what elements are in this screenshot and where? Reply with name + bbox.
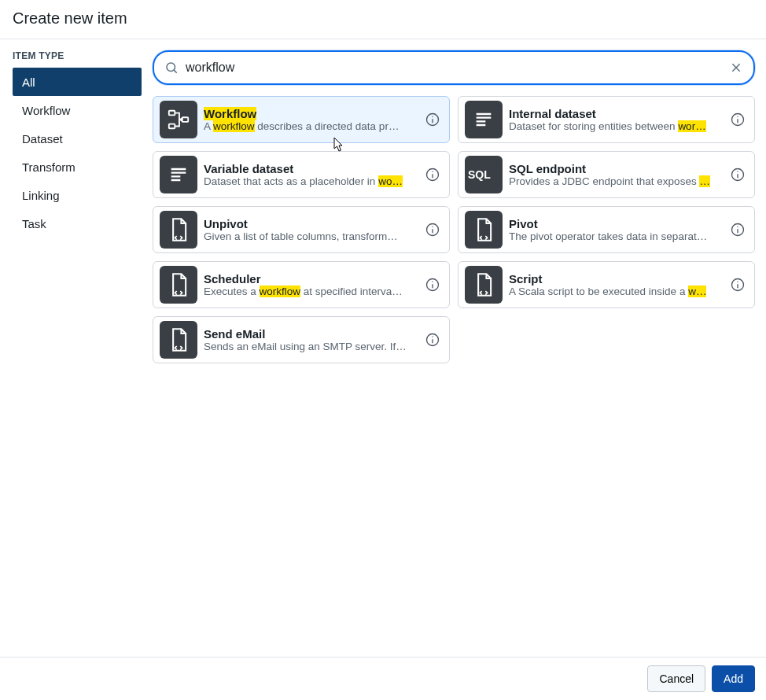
svg-point-36 [432, 282, 433, 282]
sidebar-item-workflow[interactable]: Workflow [13, 96, 142, 124]
info-icon[interactable] [422, 330, 443, 350]
item-card-description: Dataset for storing entities between wor… [509, 120, 721, 132]
item-card-description: A Scala script to be executed inside a w… [509, 286, 721, 297]
item-cards-grid: WorkflowA workflow describes a directed … [153, 96, 755, 363]
svg-point-9 [432, 116, 433, 117]
sidebar-item-dataset[interactable]: Dataset [13, 124, 142, 153]
item-card-description: Executes a workflow at specified interva… [204, 286, 416, 297]
item-card-pivot[interactable]: PivotThe pivot operator takes data in se… [458, 206, 755, 253]
item-card-title: Scheduler [204, 272, 416, 286]
svg-point-23 [432, 171, 433, 172]
sql-icon: SQL [465, 156, 503, 193]
svg-point-0 [167, 63, 175, 72]
file-code-icon [160, 266, 197, 304]
dialog-footer: Cancel Add [0, 657, 766, 700]
item-card-title: Variable dataset [204, 162, 416, 175]
search-input[interactable] [179, 52, 728, 83]
rows-icon [465, 101, 503, 138]
svg-rect-5 [169, 124, 175, 129]
item-card-title: Workflow [204, 107, 416, 120]
item-type-sidebar: ITEM TYPE AllWorkflowDatasetTransformLin… [0, 39, 142, 657]
item-card-script[interactable]: ScriptA Scala script to be executed insi… [458, 261, 755, 308]
sidebar-item-transform[interactable]: Transform [13, 153, 142, 181]
rows-icon [160, 156, 197, 193]
svg-text:SQL: SQL [468, 168, 491, 181]
cancel-button[interactable]: Cancel [647, 665, 705, 692]
item-card-send-email[interactable]: Send eMailSends an eMail using an SMTP s… [153, 316, 450, 363]
sidebar-item-linking[interactable]: Linking [13, 181, 142, 209]
item-card-title: Send eMail [204, 327, 416, 341]
item-card-variable-dataset[interactable]: Variable datasetDataset that acts as a p… [153, 151, 450, 198]
info-icon[interactable] [422, 274, 443, 295]
svg-point-33 [737, 227, 738, 227]
item-card-scheduler[interactable]: SchedulerExecutes a workflow at specifie… [153, 261, 450, 308]
info-icon[interactable] [727, 274, 748, 295]
info-icon[interactable] [422, 219, 443, 240]
svg-line-1 [174, 70, 177, 73]
item-card-description: Dataset that acts as a placeholder in wo… [204, 175, 416, 187]
item-card-title: Unpivot [204, 217, 416, 230]
item-card-title: Script [509, 272, 721, 286]
info-icon[interactable] [422, 109, 443, 130]
file-code-icon [160, 211, 197, 249]
item-card-title: Internal dataset [509, 107, 721, 120]
svg-rect-4 [169, 111, 175, 116]
item-card-title: SQL endpoint [509, 162, 721, 175]
sidebar-item-all[interactable]: All [13, 68, 142, 96]
file-code-icon [465, 266, 503, 304]
item-card-sql-endpoint[interactable]: SQLSQL endpointProvides a JDBC endpoint … [458, 151, 755, 198]
svg-point-30 [432, 227, 433, 227]
item-card-title: Pivot [509, 217, 721, 230]
info-icon[interactable] [727, 219, 748, 240]
info-icon[interactable] [727, 109, 748, 130]
item-card-description: Provides a JDBC endpoint that exposes … [509, 175, 721, 187]
info-icon[interactable] [727, 164, 748, 185]
info-icon[interactable] [422, 164, 443, 185]
add-button[interactable]: Add [712, 665, 755, 692]
svg-point-27 [737, 171, 738, 172]
dialog-title: Create new item [13, 9, 753, 28]
search-icon [164, 60, 179, 76]
clear-search-button[interactable] [728, 60, 744, 76]
item-card-unpivot[interactable]: UnpivotGiven a list of table columns, tr… [153, 206, 450, 253]
workflow-icon [160, 101, 197, 138]
file-code-icon [465, 211, 503, 249]
svg-point-16 [737, 116, 738, 117]
file-code-icon [160, 321, 197, 359]
item-card-description: The pivot operator takes data in separat… [509, 230, 721, 242]
item-card-description: Sends an eMail using an SMTP server. If… [204, 341, 416, 352]
dialog-header: Create new item [0, 0, 766, 39]
sidebar-heading: ITEM TYPE [13, 50, 142, 61]
item-card-internal-dataset[interactable]: Internal datasetDataset for storing enti… [458, 96, 755, 143]
svg-point-39 [737, 282, 738, 282]
item-card-description: Given a list of table columns, transform… [204, 230, 416, 242]
search-container [153, 50, 755, 85]
svg-point-42 [432, 337, 433, 337]
sidebar-item-task[interactable]: Task [13, 209, 142, 238]
item-card-workflow[interactable]: WorkflowA workflow describes a directed … [153, 96, 450, 143]
item-card-description: A workflow describes a directed data pr… [204, 120, 416, 132]
